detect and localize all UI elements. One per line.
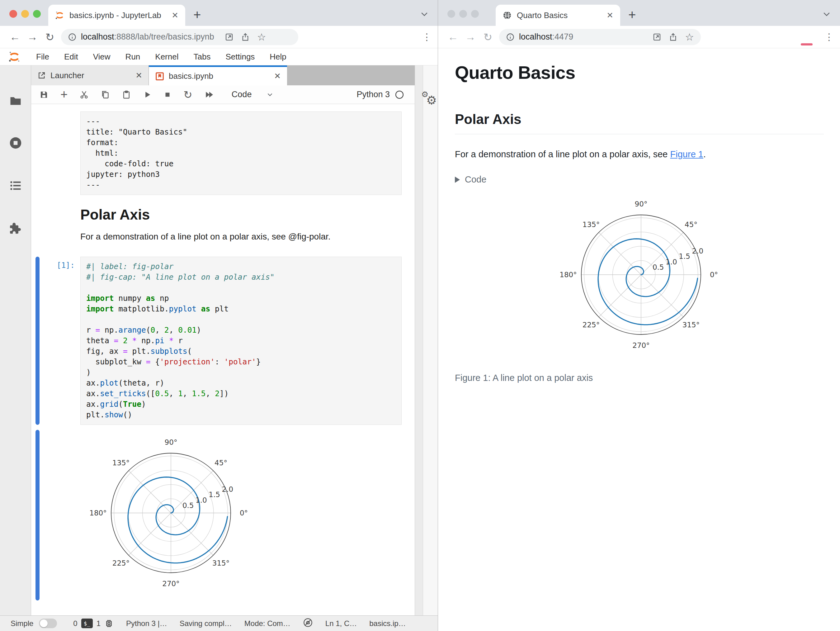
svg-text:1.0: 1.0 bbox=[196, 496, 207, 504]
globe-favicon-icon bbox=[502, 11, 512, 20]
menu-help[interactable]: Help bbox=[262, 52, 294, 62]
notebook-file-icon bbox=[155, 72, 164, 81]
kernel-status-text[interactable]: Python 3 |… bbox=[126, 619, 167, 628]
menu-settings[interactable]: Settings bbox=[218, 52, 262, 62]
run-cell-button[interactable] bbox=[143, 90, 152, 99]
menu-kernel[interactable]: Kernel bbox=[148, 52, 186, 62]
paragraph-text: For a demonstration of a line plot on a … bbox=[455, 149, 670, 159]
svg-text:1.5: 1.5 bbox=[208, 490, 220, 499]
profile-avatar-indicator[interactable] bbox=[801, 43, 813, 46]
paste-cells-button[interactable] bbox=[122, 90, 131, 100]
code-fold-disclosure[interactable]: Code bbox=[455, 174, 824, 185]
new-tab-button[interactable]: + bbox=[193, 8, 201, 22]
output-collapser[interactable] bbox=[35, 430, 39, 601]
back-button[interactable]: ← bbox=[6, 31, 24, 43]
zoom-window-button[interactable] bbox=[33, 10, 41, 18]
notebook-scrollbar[interactable] bbox=[415, 65, 423, 615]
file-browser-icon[interactable] bbox=[9, 93, 22, 107]
forward-button[interactable]: → bbox=[462, 31, 479, 43]
restart-kernel-button[interactable]: ↻ bbox=[183, 89, 193, 101]
tab-search-chevron-icon[interactable] bbox=[420, 9, 429, 20]
new-tab-button[interactable]: + bbox=[628, 8, 636, 22]
menu-edit[interactable]: Edit bbox=[57, 52, 85, 62]
browser-tab-jupyterlab[interactable]: basics.ipynb - JupyterLab ✕ bbox=[48, 5, 185, 26]
output-prompt bbox=[39, 430, 81, 601]
cursor-position-text[interactable]: Ln 1, C… bbox=[325, 619, 357, 628]
running-kernels-icon[interactable] bbox=[8, 136, 23, 150]
cell-type-dropdown[interactable]: Code bbox=[232, 90, 274, 100]
command-mode-text[interactable]: Mode: Com… bbox=[245, 619, 291, 628]
svg-text:1.5: 1.5 bbox=[679, 252, 690, 260]
close-window-button[interactable] bbox=[447, 10, 455, 18]
menu-tabs[interactable]: Tabs bbox=[186, 52, 218, 62]
browser-menu-icon[interactable]: ⋮ bbox=[422, 32, 431, 42]
jupyterlab-activity-bar bbox=[0, 65, 31, 615]
cell-collapser[interactable] bbox=[35, 195, 39, 242]
site-info-icon[interactable] bbox=[68, 33, 77, 41]
code-cell[interactable]: #| label: fig-polar#| fig-cap: "A line p… bbox=[81, 257, 402, 425]
menu-view[interactable]: View bbox=[85, 52, 118, 62]
output-area: 0°45°90°135°180°225°270°315°0.51.01.52.0 bbox=[82, 431, 257, 601]
menu-run[interactable]: Run bbox=[118, 52, 148, 62]
bookmark-star-icon[interactable]: ☆ bbox=[257, 32, 266, 42]
polar-plot-figure: 0°45°90°135°180°225°270°315°0.51.01.52.0 bbox=[552, 193, 727, 361]
address-bar[interactable]: localhost:4479 ☆ bbox=[499, 29, 701, 45]
bookmark-star-icon[interactable]: ☆ bbox=[685, 32, 694, 42]
window-controls-left bbox=[9, 10, 41, 18]
jupyterlab-menubar: File Edit View Run Kernel Tabs Settings … bbox=[0, 48, 438, 65]
close-window-button[interactable] bbox=[9, 10, 17, 18]
close-launcher-tab-icon[interactable]: ✕ bbox=[136, 71, 142, 81]
simple-mode-toggle[interactable] bbox=[39, 618, 57, 628]
open-in-new-icon[interactable] bbox=[652, 33, 661, 41]
figure-1-link[interactable]: Figure 1 bbox=[670, 149, 703, 159]
active-cell-collapser[interactable] bbox=[35, 257, 39, 425]
cut-cells-button[interactable] bbox=[79, 90, 89, 100]
svg-text:225°: 225° bbox=[112, 559, 129, 567]
disclosure-triangle-icon bbox=[455, 177, 460, 183]
kernel-indicator[interactable]: Python 3 bbox=[357, 90, 407, 100]
yaml-cell[interactable]: ---title: "Quarto Basics"format: html: c… bbox=[81, 112, 402, 195]
restart-run-all-button[interactable] bbox=[204, 90, 214, 100]
tab-notebook-basics[interactable]: basics.ipynb ✕ bbox=[149, 65, 287, 85]
table-of-contents-icon[interactable] bbox=[9, 179, 22, 193]
close-notebook-tab-icon[interactable]: ✕ bbox=[274, 71, 281, 81]
terminals-count: 0 bbox=[73, 619, 77, 628]
code-editor[interactable]: #| label: fig-polar#| fig-cap: "A line p… bbox=[86, 261, 396, 420]
address-bar[interactable]: localhost:8888/lab/tree/basics.ipynb ☆ bbox=[61, 29, 298, 45]
terminals-kernels-status[interactable]: 0 $_ 1 bbox=[73, 618, 114, 628]
polar-plot-output: 0°45°90°135°180°225°270°315°0.51.01.52.0 bbox=[82, 431, 257, 599]
url-host: localhost bbox=[81, 32, 114, 42]
forward-button[interactable]: → bbox=[24, 31, 41, 43]
yaml-editor[interactable]: ---title: "Quarto Basics"format: html: c… bbox=[86, 116, 396, 190]
interrupt-kernel-button[interactable] bbox=[163, 91, 172, 99]
tab-launcher[interactable]: Launcher ✕ bbox=[31, 65, 149, 85]
close-tab-icon[interactable]: ✕ bbox=[172, 11, 178, 20]
share-icon[interactable] bbox=[669, 33, 677, 41]
browser-menu-icon[interactable]: ⋮ bbox=[824, 32, 834, 42]
share-icon[interactable] bbox=[241, 33, 250, 41]
copy-cells-button[interactable] bbox=[101, 90, 110, 100]
markdown-rendered[interactable]: Polar Axis For a demonstration of a line… bbox=[81, 195, 331, 242]
right-sidebar-strip[interactable]: ⚙⚙ bbox=[415, 65, 438, 615]
save-button[interactable] bbox=[39, 90, 49, 100]
menu-file[interactable]: File bbox=[28, 52, 57, 62]
svg-text:0.5: 0.5 bbox=[652, 263, 664, 271]
open-in-new-icon[interactable] bbox=[225, 33, 234, 41]
add-cell-button[interactable]: + bbox=[60, 87, 68, 101]
close-tab-icon[interactable]: ✕ bbox=[606, 11, 613, 20]
notebook-scroll-area[interactable]: ---title: "Quarto Basics"format: html: c… bbox=[31, 104, 415, 615]
notebook-paragraph: For a demonstration of a line plot on a … bbox=[81, 232, 331, 242]
tab-search-chevron-icon[interactable] bbox=[822, 9, 831, 20]
reload-button[interactable]: ↻ bbox=[479, 31, 497, 43]
zoom-window-button[interactable] bbox=[471, 10, 479, 18]
browser-tab-quarto[interactable]: Quarto Basics ✕ bbox=[496, 5, 620, 26]
notifications-bell-icon[interactable] bbox=[303, 618, 313, 629]
back-button[interactable]: ← bbox=[444, 31, 462, 43]
url-host: localhost bbox=[519, 32, 552, 42]
minimize-window-button[interactable] bbox=[459, 10, 467, 18]
site-info-icon[interactable] bbox=[506, 33, 515, 41]
reload-button[interactable]: ↻ bbox=[41, 31, 58, 43]
extensions-puzzle-icon[interactable] bbox=[8, 221, 23, 236]
cell-collapser[interactable] bbox=[35, 112, 39, 195]
minimize-window-button[interactable] bbox=[21, 10, 29, 18]
